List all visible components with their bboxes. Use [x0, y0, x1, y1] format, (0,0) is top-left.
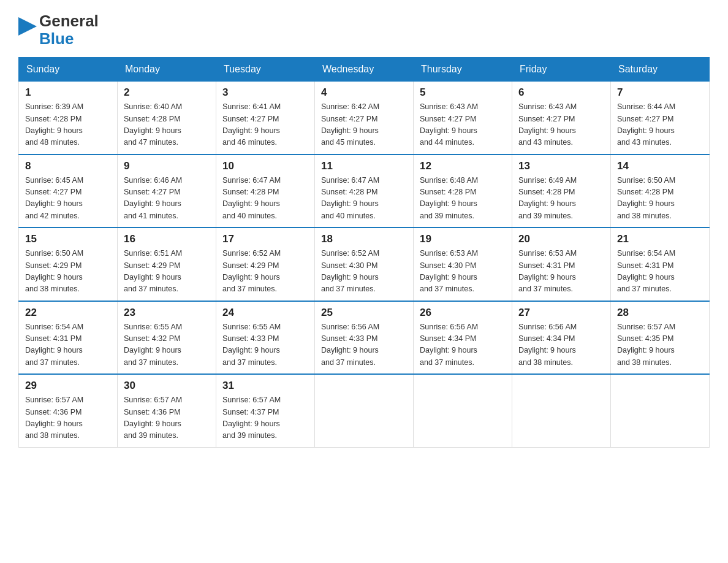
- calendar-table: SundayMondayTuesdayWednesdayThursdayFrid…: [18, 57, 710, 448]
- header-sunday: Sunday: [19, 58, 118, 82]
- day-number: 5: [420, 86, 506, 99]
- day-info: Sunrise: 6:56 AM Sunset: 4:34 PM Dayligh…: [420, 321, 506, 369]
- day-number: 1: [25, 86, 111, 99]
- day-number: 28: [617, 307, 703, 319]
- day-info: Sunrise: 6:51 AM Sunset: 4:29 PM Dayligh…: [124, 248, 210, 296]
- day-number: 12: [420, 160, 506, 172]
- logo-blue-text: Blue: [39, 30, 99, 48]
- day-number: 17: [222, 233, 308, 245]
- calendar-cell: 19 Sunrise: 6:53 AM Sunset: 4:30 PM Dayl…: [414, 228, 512, 301]
- day-info: Sunrise: 6:39 AM Sunset: 4:28 PM Dayligh…: [25, 101, 111, 149]
- calendar-cell: [611, 374, 710, 447]
- day-info: Sunrise: 6:47 AM Sunset: 4:28 PM Dayligh…: [222, 175, 308, 223]
- day-info: Sunrise: 6:53 AM Sunset: 4:30 PM Dayligh…: [420, 248, 506, 296]
- logo-container: General Blue: [18, 12, 99, 47]
- svg-marker-0: [18, 17, 37, 36]
- logo: General Blue: [18, 12, 99, 47]
- calendar-cell: 31 Sunrise: 6:57 AM Sunset: 4:37 PM Dayl…: [216, 374, 315, 447]
- day-number: 27: [518, 307, 604, 319]
- day-info: Sunrise: 6:57 AM Sunset: 4:35 PM Dayligh…: [617, 321, 703, 369]
- day-number: 10: [222, 160, 308, 172]
- day-info: Sunrise: 6:46 AM Sunset: 4:27 PM Dayligh…: [124, 175, 210, 223]
- calendar-cell: [512, 374, 611, 447]
- calendar-cell: 8 Sunrise: 6:45 AM Sunset: 4:27 PM Dayli…: [19, 155, 118, 228]
- week-row-4: 22 Sunrise: 6:54 AM Sunset: 4:31 PM Dayl…: [19, 301, 710, 375]
- calendar-cell: 18 Sunrise: 6:52 AM Sunset: 4:30 PM Dayl…: [315, 228, 414, 301]
- day-info: Sunrise: 6:42 AM Sunset: 4:27 PM Dayligh…: [321, 101, 407, 149]
- day-info: Sunrise: 6:56 AM Sunset: 4:33 PM Dayligh…: [321, 321, 407, 369]
- calendar-cell: 24 Sunrise: 6:55 AM Sunset: 4:33 PM Dayl…: [216, 301, 315, 375]
- header-thursday: Thursday: [414, 58, 512, 82]
- calendar-cell: 17 Sunrise: 6:52 AM Sunset: 4:29 PM Dayl…: [216, 228, 315, 301]
- calendar-cell: 22 Sunrise: 6:54 AM Sunset: 4:31 PM Dayl…: [19, 301, 118, 375]
- logo-text: General Blue: [39, 12, 99, 47]
- calendar-cell: 13 Sunrise: 6:49 AM Sunset: 4:28 PM Dayl…: [512, 155, 611, 228]
- calendar-cell: 12 Sunrise: 6:48 AM Sunset: 4:28 PM Dayl…: [414, 155, 512, 228]
- calendar-cell: [315, 374, 414, 447]
- calendar-cell: 7 Sunrise: 6:44 AM Sunset: 4:27 PM Dayli…: [611, 82, 710, 155]
- calendar-cell: 6 Sunrise: 6:43 AM Sunset: 4:27 PM Dayli…: [512, 82, 611, 155]
- logo-triangle-icon: [18, 17, 37, 44]
- calendar-cell: 16 Sunrise: 6:51 AM Sunset: 4:29 PM Dayl…: [118, 228, 216, 301]
- day-info: Sunrise: 6:43 AM Sunset: 4:27 PM Dayligh…: [420, 101, 506, 149]
- day-info: Sunrise: 6:55 AM Sunset: 4:32 PM Dayligh…: [124, 321, 210, 369]
- day-number: 20: [518, 233, 604, 245]
- calendar-cell: 25 Sunrise: 6:56 AM Sunset: 4:33 PM Dayl…: [315, 301, 414, 375]
- calendar-cell: 11 Sunrise: 6:47 AM Sunset: 4:28 PM Dayl…: [315, 155, 414, 228]
- day-info: Sunrise: 6:47 AM Sunset: 4:28 PM Dayligh…: [321, 175, 407, 223]
- logo-general-text: General: [39, 12, 99, 30]
- header-wednesday: Wednesday: [315, 58, 414, 82]
- day-number: 6: [518, 86, 604, 99]
- day-number: 8: [25, 160, 111, 172]
- day-info: Sunrise: 6:40 AM Sunset: 4:28 PM Dayligh…: [124, 101, 210, 149]
- day-number: 13: [518, 160, 604, 172]
- day-info: Sunrise: 6:54 AM Sunset: 4:31 PM Dayligh…: [617, 248, 703, 296]
- calendar-cell: 2 Sunrise: 6:40 AM Sunset: 4:28 PM Dayli…: [118, 82, 216, 155]
- day-info: Sunrise: 6:50 AM Sunset: 4:28 PM Dayligh…: [617, 175, 703, 223]
- calendar-cell: 14 Sunrise: 6:50 AM Sunset: 4:28 PM Dayl…: [611, 155, 710, 228]
- day-number: 23: [124, 307, 210, 319]
- day-number: 22: [25, 307, 111, 319]
- week-row-5: 29 Sunrise: 6:57 AM Sunset: 4:36 PM Dayl…: [19, 374, 710, 447]
- day-number: 4: [321, 86, 407, 99]
- day-number: 15: [25, 233, 111, 245]
- day-number: 11: [321, 160, 407, 172]
- calendar-cell: 30 Sunrise: 6:57 AM Sunset: 4:36 PM Dayl…: [118, 374, 216, 447]
- day-number: 18: [321, 233, 407, 245]
- day-info: Sunrise: 6:43 AM Sunset: 4:27 PM Dayligh…: [518, 101, 604, 149]
- calendar-cell: 3 Sunrise: 6:41 AM Sunset: 4:27 PM Dayli…: [216, 82, 315, 155]
- day-info: Sunrise: 6:48 AM Sunset: 4:28 PM Dayligh…: [420, 175, 506, 223]
- day-number: 14: [617, 160, 703, 172]
- calendar-cell: 4 Sunrise: 6:42 AM Sunset: 4:27 PM Dayli…: [315, 82, 414, 155]
- day-info: Sunrise: 6:52 AM Sunset: 4:29 PM Dayligh…: [222, 248, 308, 296]
- week-row-2: 8 Sunrise: 6:45 AM Sunset: 4:27 PM Dayli…: [19, 155, 710, 228]
- calendar-cell: 5 Sunrise: 6:43 AM Sunset: 4:27 PM Dayli…: [414, 82, 512, 155]
- calendar-cell: 29 Sunrise: 6:57 AM Sunset: 4:36 PM Dayl…: [19, 374, 118, 447]
- day-number: 30: [124, 380, 210, 392]
- day-number: 16: [124, 233, 210, 245]
- calendar-cell: 20 Sunrise: 6:53 AM Sunset: 4:31 PM Dayl…: [512, 228, 611, 301]
- header-saturday: Saturday: [611, 58, 710, 82]
- calendar-cell: 26 Sunrise: 6:56 AM Sunset: 4:34 PM Dayl…: [414, 301, 512, 375]
- day-number: 29: [25, 380, 111, 392]
- calendar-cell: 21 Sunrise: 6:54 AM Sunset: 4:31 PM Dayl…: [611, 228, 710, 301]
- header-friday: Friday: [512, 58, 611, 82]
- day-number: 26: [420, 307, 506, 319]
- day-info: Sunrise: 6:44 AM Sunset: 4:27 PM Dayligh…: [617, 101, 703, 149]
- calendar-cell: 9 Sunrise: 6:46 AM Sunset: 4:27 PM Dayli…: [118, 155, 216, 228]
- day-info: Sunrise: 6:55 AM Sunset: 4:33 PM Dayligh…: [222, 321, 308, 369]
- day-number: 25: [321, 307, 407, 319]
- day-number: 9: [124, 160, 210, 172]
- day-number: 7: [617, 86, 703, 99]
- calendar-cell: 1 Sunrise: 6:39 AM Sunset: 4:28 PM Dayli…: [19, 82, 118, 155]
- day-info: Sunrise: 6:57 AM Sunset: 4:36 PM Dayligh…: [124, 394, 210, 442]
- day-info: Sunrise: 6:50 AM Sunset: 4:29 PM Dayligh…: [25, 248, 111, 296]
- day-info: Sunrise: 6:54 AM Sunset: 4:31 PM Dayligh…: [25, 321, 111, 369]
- day-number: 19: [420, 233, 506, 245]
- day-number: 2: [124, 86, 210, 99]
- day-info: Sunrise: 6:56 AM Sunset: 4:34 PM Dayligh…: [518, 321, 604, 369]
- week-row-3: 15 Sunrise: 6:50 AM Sunset: 4:29 PM Dayl…: [19, 228, 710, 301]
- week-row-1: 1 Sunrise: 6:39 AM Sunset: 4:28 PM Dayli…: [19, 82, 710, 155]
- day-info: Sunrise: 6:57 AM Sunset: 4:37 PM Dayligh…: [222, 394, 308, 442]
- calendar-cell: [414, 374, 512, 447]
